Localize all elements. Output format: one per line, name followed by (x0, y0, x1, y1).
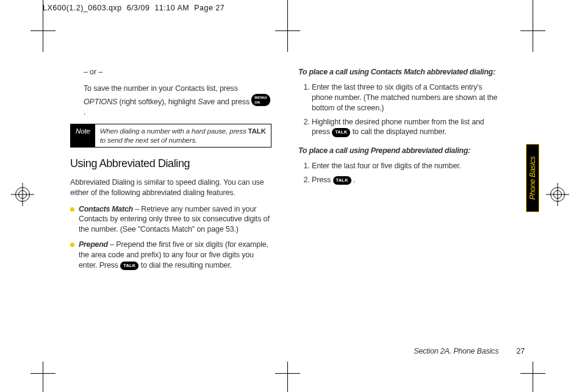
note-box: Note When dialing a number with a hard p… (70, 124, 271, 148)
or-separator: – or – (84, 67, 271, 77)
step-pp-2a: Press (312, 176, 333, 184)
talk-key-icon: TALK (332, 128, 350, 137)
bullet-contacts-match: Contacts Match – Retrieve any number sav… (70, 204, 271, 235)
talk-key-icon: TALK (120, 262, 138, 270)
page-body: – or – To save the number in your Contac… (70, 67, 522, 276)
note-text-a: When dialing a number with a hard pause,… (100, 127, 248, 135)
save-text-a: To save the number in your Contacts list… (84, 84, 238, 93)
bullet-prepend-lead: Prepend (79, 240, 108, 249)
save-text-d: . (84, 108, 85, 116)
step-cm-2b: to call the displayed number. (353, 127, 447, 136)
subhead-prepend: To place a call using Prepend abbreviate… (298, 146, 500, 156)
section-heading-abbrev-dialing: Using Abbreviated Dialing (70, 156, 271, 171)
options-softkey-label: OPTIONS (84, 98, 117, 106)
note-talk-bold: TALK (248, 127, 266, 135)
step-pp-1: Enter the last four or five digits of th… (312, 161, 500, 171)
bullet-contacts-match-lead: Contacts Match (79, 205, 133, 213)
step-cm-2: Highlight the desired phone number from … (312, 117, 500, 138)
file-stamp: LX600(1.2)_0603.qxp 6/3/09 11:10 AM Page… (43, 4, 225, 12)
steps-prepend: Enter the last four or five digits of th… (298, 161, 500, 185)
registration-target-right-icon (546, 183, 569, 206)
footer-section: Section 2A. Phone Basics (414, 347, 498, 355)
column-left: – or – To save the number in your Contac… (70, 67, 271, 276)
side-tab-phone-basics: Phone Basics (526, 144, 539, 212)
bullet-prepend: Prepend – Prepend the first five or six … (70, 240, 271, 271)
column-right: To place a call using Contacts Match abb… (298, 67, 500, 276)
step-cm-1: Enter the last three to six digits of a … (312, 82, 500, 113)
abbrev-intro: Abbreviated Dialing is similar to speed … (70, 177, 271, 198)
note-text-b: to send the next set of numbers. (100, 137, 198, 144)
ok-key-icon: MENU/OK (251, 94, 270, 106)
registration-target-left-icon (11, 183, 34, 206)
bullet-prepend-text-b: to dial the resulting number. (141, 261, 232, 269)
talk-key-icon: TALK (333, 176, 351, 185)
step-pp-2b: . (353, 176, 355, 184)
save-text-b: (right softkey), highlight (120, 98, 198, 106)
page-footer: Section 2A. Phone Basics 27 (299, 347, 525, 355)
save-label: Save (198, 98, 215, 106)
side-tab-label: Phone Basics (528, 157, 537, 200)
steps-contacts-match: Enter the last three to six digits of a … (298, 82, 500, 137)
step-pp-2: Press TALK . (312, 175, 500, 185)
save-number-paragraph: To save the number in your Contacts list… (84, 84, 271, 118)
subhead-contacts-match: To place a call using Contacts Match abb… (298, 67, 500, 77)
footer-page-number: 27 (516, 347, 525, 355)
note-text: When dialing a number with a hard pause,… (95, 124, 271, 148)
save-text-c: and press (217, 98, 251, 106)
note-label: Note (71, 124, 95, 148)
